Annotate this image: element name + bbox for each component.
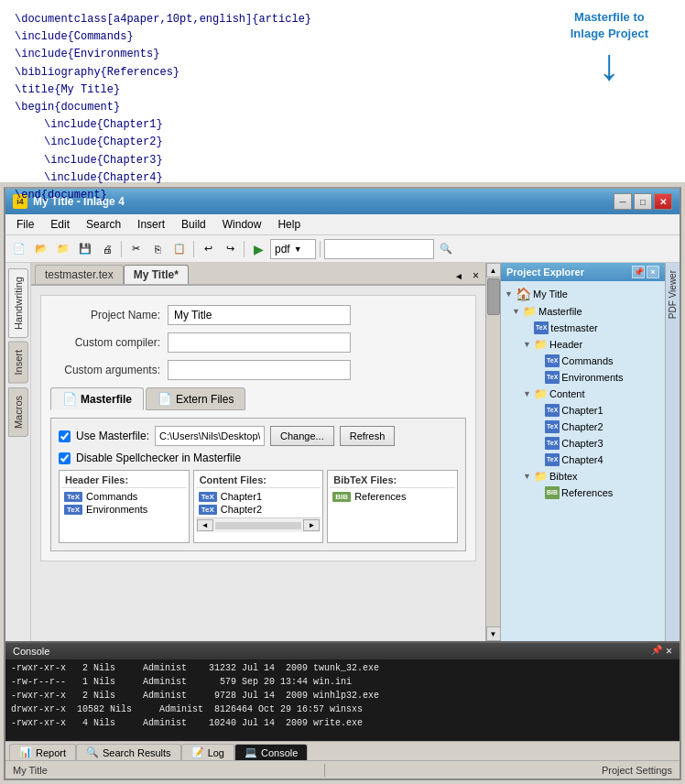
tab-close-icon[interactable]: × [470, 269, 482, 282]
masterfile-arrow: Masterfile to Inlage Project ↓ [571, 9, 648, 90]
tree-node-chapter1[interactable]: TeX Chapter1 [501, 402, 665, 419]
panel-tab-masterfile[interactable]: 📄 Masterfile [50, 387, 144, 410]
bottom-tab-log[interactable]: 📝 Log [181, 744, 234, 760]
new-file-button[interactable]: 📄 [9, 239, 29, 259]
tab-my-title[interactable]: My Title* [124, 265, 189, 284]
toolbar-search-input[interactable] [324, 239, 434, 259]
console-title: Console [13, 646, 49, 657]
commands-tree-tex-icon: TeX [545, 354, 560, 367]
console-close-button[interactable]: × [666, 645, 672, 658]
tree-node-chapter4[interactable]: TeX Chapter4 [501, 452, 665, 468]
expand-masterfile-icon: ▼ [512, 307, 521, 316]
custom-arguments-row: Custom arguments: [50, 360, 466, 380]
open2-button[interactable]: 📁 [53, 239, 73, 259]
tree-node-bibtex[interactable]: ▼ 📁 Bibtex [501, 468, 665, 485]
panel-tab-extern-files[interactable]: 📄 Extern Files [146, 387, 245, 410]
use-masterfile-checkbox[interactable] [59, 430, 71, 442]
bottom-tab-search-results[interactable]: 🔍 Search Results [76, 744, 181, 760]
scrollbar-thumb[interactable] [487, 278, 500, 315]
main-scrollbar: ▲ ▼ [485, 263, 500, 641]
undo-button[interactable]: ↩ [198, 239, 218, 259]
bottom-tab-report[interactable]: 📊 Report [9, 744, 76, 760]
bottom-tabs: 📊 Report 🔍 Search Results 📝 Log 💻 Consol… [5, 741, 680, 760]
tab-pin-icon[interactable]: ◄ [451, 271, 466, 281]
bottom-tab-console[interactable]: 💻 Console [234, 744, 308, 760]
chapter1-tex-icon: TeX [199, 492, 217, 502]
disable-spellchecker-label: Disable Spellchecker in Masterfile [76, 452, 241, 464]
scrollbar-down-button[interactable]: ▼ [486, 626, 501, 641]
tab-testmaster[interactable]: testmaster.tex [35, 265, 124, 284]
pdf-viewer-sidebar[interactable]: PDF Viewer [665, 263, 680, 641]
redo-button[interactable]: ↪ [220, 239, 240, 259]
project-tree: ▼ 🏠 My Title ▼ 📁 Masterfile TeX testmast… [501, 281, 665, 641]
build-format-label: pdf [275, 243, 290, 256]
open-button[interactable]: 📂 [31, 239, 51, 259]
menu-edit[interactable]: Edit [43, 216, 77, 233]
copy-button[interactable]: ⎘ [147, 239, 168, 259]
code-line-7: \include{Chapter1} [15, 116, 670, 134]
console-area: Console 📌 × -rwxr-xr-x 2 Nils Administ 3… [5, 641, 680, 760]
masterfile-path-input[interactable] [155, 426, 265, 446]
tree-environments-label: Environments [561, 372, 623, 383]
disable-spellchecker-checkbox[interactable] [59, 452, 71, 464]
build-format-dropdown[interactable]: pdf ▼ [270, 239, 316, 259]
sidebar-tab-insert[interactable]: Insert [8, 342, 28, 384]
project-name-input[interactable] [168, 305, 351, 325]
environments-tex-icon: TeX [64, 505, 82, 515]
search-results-tab-label: Search Results [103, 747, 171, 758]
spellchecker-row: Disable Spellchecker in Masterfile [59, 452, 458, 464]
tree-commands-label: Commands [561, 355, 613, 366]
scrollbar-up-button[interactable]: ▲ [486, 263, 501, 278]
console-line-5: -rwxr-xr-x 4 Nils Administ 10240 Jul 14 … [11, 716, 674, 730]
menu-help[interactable]: Help [270, 216, 308, 233]
tree-node-my-title[interactable]: ▼ 🏠 My Title [501, 285, 665, 303]
cut-button[interactable]: ✂ [125, 239, 146, 259]
save-button[interactable]: 💾 [75, 239, 95, 259]
editor-tab-bar: testmaster.tex My Title* ◄ × [31, 263, 485, 286]
console-pin-button[interactable]: 📌 [651, 645, 662, 658]
tree-node-header[interactable]: ▼ 📁 Header [501, 336, 665, 353]
run-button[interactable]: ▶ [248, 239, 268, 259]
toolbar-separator-4 [320, 241, 321, 257]
bibtex-folder-icon: 📁 [534, 470, 548, 483]
project-explorer-pin-button[interactable]: 📌 [632, 266, 645, 278]
menu-build[interactable]: Build [174, 216, 213, 233]
main-window: i4 My Title - Inlage 4 ─ □ ✕ File Edit S… [4, 187, 681, 780]
masterfile-folder-icon: 📁 [523, 305, 537, 318]
tree-node-commands[interactable]: TeX Commands [501, 353, 665, 369]
print-button[interactable]: 🖨 [97, 239, 117, 259]
tree-node-references[interactable]: BIB References [501, 485, 665, 501]
sidebar-tab-handwriting[interactable]: Handwriting [8, 268, 28, 338]
status-bar: My Title Project Settings [5, 760, 680, 779]
menu-file[interactable]: File [9, 216, 41, 233]
scroll-left-button[interactable]: ◄ [197, 519, 213, 531]
tree-testmaster-label: testmaster [550, 322, 597, 333]
sidebar-tab-macros[interactable]: Macros [8, 387, 28, 437]
menu-window[interactable]: Window [215, 216, 269, 233]
scroll-right-button[interactable]: ► [303, 519, 320, 531]
tree-node-chapter3[interactable]: TeX Chapter3 [501, 435, 665, 452]
chapter2-content-label: Chapter2 [221, 504, 262, 515]
toolbar-search-button[interactable]: 🔍 [436, 239, 456, 259]
tree-node-testmaster[interactable]: TeX testmaster [501, 320, 665, 336]
project-explorer-close-button[interactable]: × [647, 266, 659, 278]
paste-button[interactable]: 📋 [169, 239, 190, 259]
refresh-button[interactable]: Refresh [340, 426, 396, 446]
chapter3-tree-tex-icon: TeX [545, 437, 560, 450]
tree-references-label: References [561, 487, 613, 498]
custom-arguments-input[interactable] [168, 360, 351, 380]
code-display: \documentclass[a4paper,10pt,english]{art… [0, 0, 685, 183]
tree-node-content[interactable]: ▼ 📁 Content [501, 386, 665, 402]
code-line-9: \include{Chapter3} [15, 152, 670, 169]
chapter2-tree-tex-icon: TeX [545, 420, 560, 433]
tree-node-chapter2[interactable]: TeX Chapter2 [501, 419, 665, 435]
status-divider [324, 764, 325, 777]
tree-node-environments[interactable]: TeX Environments [501, 369, 665, 386]
project-explorer-controls: 📌 × [632, 266, 659, 278]
tree-node-masterfile[interactable]: ▼ 📁 Masterfile [501, 303, 665, 320]
tree-bibtex-label: Bibtex [549, 471, 578, 482]
change-button[interactable]: Change... [270, 426, 334, 446]
custom-compiler-input[interactable] [168, 332, 351, 353]
menu-search[interactable]: Search [79, 216, 128, 233]
menu-insert[interactable]: Insert [130, 216, 172, 233]
